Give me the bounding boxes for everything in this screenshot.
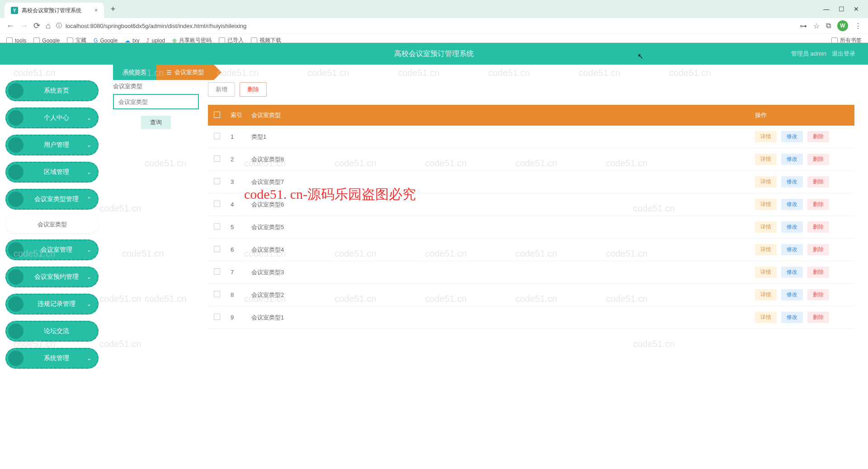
edit-button[interactable]: 修改 <box>781 244 803 255</box>
row-checkbox[interactable] <box>214 155 220 162</box>
back-icon[interactable]: ← <box>6 21 14 31</box>
sidebar-item-system[interactable]: 系统管理⌄ <box>5 348 99 369</box>
data-table: 索引 会议室类型 操作 1类型1详情修改删除2会议室类型8详情修改删除3会议室类… <box>208 105 854 329</box>
menu-dot-icon <box>8 242 24 258</box>
detail-button[interactable]: 详情 <box>755 131 777 142</box>
header-right: 管理员 admin 退出登录 <box>791 50 855 58</box>
menu-dot-icon <box>8 110 24 126</box>
sidebar-item-roomtype[interactable]: 会议室类型管理⌃ <box>5 189 99 210</box>
close-tab-icon[interactable]: × <box>94 7 98 14</box>
row-delete-button[interactable]: 删除 <box>807 244 829 255</box>
detail-button[interactable]: 详情 <box>755 289 777 300</box>
row-delete-button[interactable]: 删除 <box>807 176 829 188</box>
sidebar-item-room[interactable]: 会议室管理⌄ <box>5 239 99 260</box>
table-row: 1类型1详情修改删除 <box>208 126 854 148</box>
cell-index: 8 <box>226 284 247 306</box>
favicon-icon: Y <box>11 7 18 14</box>
menu-dot-icon <box>8 269 24 285</box>
detail-button[interactable]: 详情 <box>755 176 777 188</box>
row-delete-button[interactable]: 删除 <box>807 154 829 165</box>
star-icon[interactable]: ☆ <box>813 22 820 30</box>
logout-link[interactable]: 退出登录 <box>832 50 855 58</box>
edit-button[interactable]: 修改 <box>781 267 803 278</box>
chevron-down-icon: ⌄ <box>87 355 91 361</box>
sidebar-subitem-roomtype[interactable]: 会议室类型 <box>5 216 99 233</box>
row-checkbox[interactable] <box>214 268 220 275</box>
detail-button[interactable]: 详情 <box>755 199 777 210</box>
cell-name: 会议室类型8 <box>247 148 750 171</box>
tab-bar: Y 高校会议室预订管理系统 × + — ☐ ✕ <box>0 0 868 18</box>
edit-button[interactable]: 修改 <box>781 221 803 233</box>
crumb-current[interactable]: ☰ 会议室类型 <box>156 65 214 80</box>
main-content: 会议室类型 查询 新增 删除 索引 会议室类型 操作 1类型1详情修改删除2会议… <box>113 82 854 329</box>
minimize-icon[interactable]: — <box>823 5 830 13</box>
home-icon[interactable]: ⌂ <box>46 21 51 31</box>
sidebar-item-forum[interactable]: 论坛交流 <box>5 321 99 342</box>
sidebar-item-booking[interactable]: 会议室预约管理⌄ <box>5 267 99 287</box>
row-delete-button[interactable]: 删除 <box>807 289 829 300</box>
url-input[interactable]: ⓘ localhost:8080/springboot6dx5g/admin/d… <box>56 22 794 30</box>
search-input[interactable] <box>113 94 199 109</box>
sidebar-item-area[interactable]: 区域管理⌄ <box>5 162 99 183</box>
key-icon[interactable]: ⊶ <box>800 22 807 30</box>
detail-button[interactable]: 详情 <box>755 154 777 165</box>
site-info-icon[interactable]: ⓘ <box>56 22 62 30</box>
row-delete-button[interactable]: 删除 <box>807 221 829 233</box>
detail-button[interactable]: 详情 <box>755 244 777 255</box>
edit-button[interactable]: 修改 <box>781 312 803 323</box>
new-tab-button[interactable]: + <box>107 3 119 15</box>
profile-avatar[interactable]: W <box>837 20 848 31</box>
row-checkbox[interactable] <box>214 133 220 139</box>
reload-icon[interactable]: ⟳ <box>33 21 40 31</box>
cell-name: 会议室类型6 <box>247 193 750 216</box>
menu-dot-icon <box>8 324 24 339</box>
header-action: 操作 <box>750 105 854 126</box>
row-checkbox[interactable] <box>214 314 220 320</box>
close-window-icon[interactable]: ✕ <box>854 5 859 13</box>
edit-button[interactable]: 修改 <box>781 199 803 210</box>
browser-tab[interactable]: Y 高校会议室预订管理系统 × <box>5 3 104 18</box>
extension-icon[interactable]: ⧉ <box>826 22 831 30</box>
forward-icon: → <box>20 21 28 31</box>
search-label: 会议室类型 <box>113 82 199 90</box>
sidebar: 系统首页 个人中心⌄ 用户管理⌄ 区域管理⌄ 会议室类型管理⌃ 会议室类型 会议… <box>0 80 104 375</box>
row-checkbox[interactable] <box>214 178 220 184</box>
cell-index: 9 <box>226 306 247 329</box>
crumb-home[interactable]: 系统首页 <box>113 65 156 80</box>
admin-label[interactable]: 管理员 admin <box>791 50 826 58</box>
edit-button[interactable]: 修改 <box>781 176 803 188</box>
sidebar-item-home[interactable]: 系统首页 <box>5 80 99 101</box>
cell-name: 会议室类型1 <box>247 306 750 329</box>
cell-index: 7 <box>226 261 247 284</box>
cell-name: 会议室类型3 <box>247 261 750 284</box>
watermark-text: code51.cn <box>633 339 675 349</box>
table-row: 7会议室类型3详情修改删除 <box>208 261 854 284</box>
maximize-icon[interactable]: ☐ <box>839 5 844 13</box>
detail-button[interactable]: 详情 <box>755 267 777 278</box>
edit-button[interactable]: 修改 <box>781 154 803 165</box>
delete-button[interactable]: 删除 <box>240 82 267 97</box>
row-delete-button[interactable]: 删除 <box>807 267 829 278</box>
cell-name: 类型1 <box>247 126 750 148</box>
detail-button[interactable]: 详情 <box>755 312 777 323</box>
row-delete-button[interactable]: 删除 <box>807 199 829 210</box>
header-checkbox[interactable] <box>208 105 226 126</box>
table-row: 9会议室类型1详情修改删除 <box>208 306 854 329</box>
row-delete-button[interactable]: 删除 <box>807 131 829 142</box>
add-button[interactable]: 新增 <box>208 82 235 97</box>
cell-index: 5 <box>226 216 247 239</box>
table-row: 2会议室类型8详情修改删除 <box>208 148 854 171</box>
menu-icon[interactable]: ⋮ <box>854 22 862 30</box>
row-checkbox[interactable] <box>214 223 220 230</box>
edit-button[interactable]: 修改 <box>781 289 803 300</box>
row-checkbox[interactable] <box>214 201 220 207</box>
row-checkbox[interactable] <box>214 291 220 297</box>
sidebar-item-profile[interactable]: 个人中心⌄ <box>5 108 99 128</box>
sidebar-item-violation[interactable]: 违规记录管理⌄ <box>5 294 99 314</box>
sidebar-item-users[interactable]: 用户管理⌄ <box>5 135 99 155</box>
row-delete-button[interactable]: 删除 <box>807 312 829 323</box>
search-button[interactable]: 查询 <box>141 116 171 129</box>
row-checkbox[interactable] <box>214 246 220 252</box>
edit-button[interactable]: 修改 <box>781 131 803 142</box>
detail-button[interactable]: 详情 <box>755 221 777 233</box>
